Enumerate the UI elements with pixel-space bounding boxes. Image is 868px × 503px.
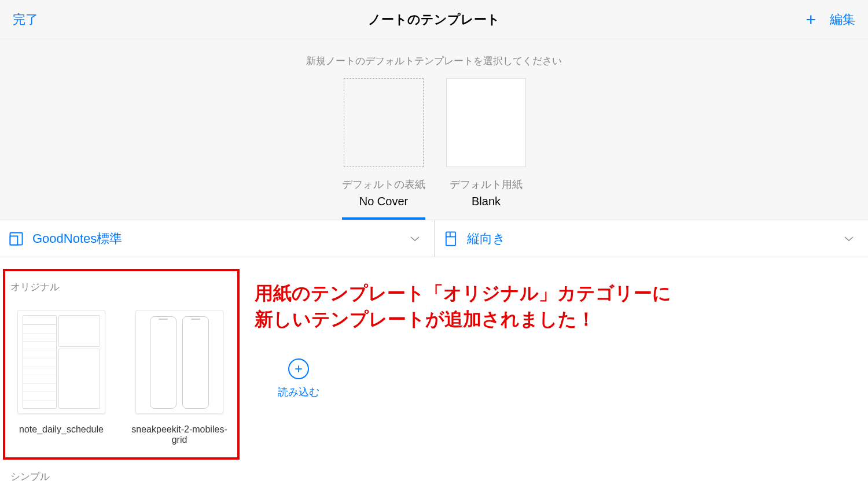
- orientation-selector[interactable]: 縦向き: [435, 220, 869, 257]
- selector-row: GoodNotes標準 縦向き: [0, 220, 868, 257]
- no-cover-thumbnail: [344, 78, 424, 167]
- orientation-label: 縦向き: [467, 230, 844, 247]
- default-paper-value: Blank: [472, 195, 501, 208]
- default-cover-item[interactable]: デフォルトの表紙 No Cover: [342, 78, 425, 220]
- import-template-item[interactable]: + 読み込む: [278, 358, 319, 399]
- chevron-down-icon: [410, 234, 420, 244]
- svg-rect-2: [446, 232, 455, 245]
- paper-size-icon: [8, 231, 24, 247]
- edit-button[interactable]: 編集: [830, 11, 855, 28]
- svg-rect-1: [10, 236, 18, 245]
- paper-size-selector[interactable]: GoodNotes標準: [0, 220, 435, 257]
- template-name: sneakpeekit-2-mobiles-grid: [127, 424, 231, 445]
- import-label: 読み込む: [278, 385, 319, 399]
- default-instruction: 新規ノートのデフォルトテンプレートを選択してください: [0, 54, 868, 68]
- default-cover-value: No Cover: [359, 195, 408, 208]
- template-thumbnail-daily: [17, 310, 105, 414]
- template-item[interactable]: sneakpeekit-2-mobiles-grid: [127, 310, 231, 445]
- default-template-section: 新規ノートのデフォルトテンプレートを選択してください デフォルトの表紙 No C…: [0, 39, 868, 220]
- default-cover-label: デフォルトの表紙: [342, 177, 425, 191]
- template-thumbnail-mobiles: [135, 310, 223, 414]
- paper-size-label: GoodNotes標準: [32, 230, 410, 247]
- chevron-down-icon: [844, 234, 854, 244]
- plus-icon[interactable]: +: [806, 11, 816, 28]
- default-paper-label: デフォルト用紙: [450, 177, 523, 191]
- annotation-text: 用紙のテンプレート「オリジナル」カテゴリーに 新しいテンプレートが追加されました…: [255, 280, 671, 332]
- header: 完了 ノートのテンプレート + 編集: [0, 0, 868, 39]
- done-button[interactable]: 完了: [13, 11, 38, 28]
- category-simple-label: シンプル: [10, 470, 50, 483]
- default-paper-item[interactable]: デフォルト用紙 Blank: [446, 78, 526, 220]
- template-name: note_daily_schedule: [19, 424, 104, 435]
- blank-paper-thumbnail: [446, 78, 526, 167]
- import-plus-icon[interactable]: +: [288, 358, 309, 379]
- page-title: ノートのテンプレート: [368, 11, 500, 28]
- template-item[interactable]: note_daily_schedule: [9, 310, 113, 435]
- content-area: オリジナル note_daily_s: [0, 257, 868, 445]
- orientation-icon: [443, 231, 459, 247]
